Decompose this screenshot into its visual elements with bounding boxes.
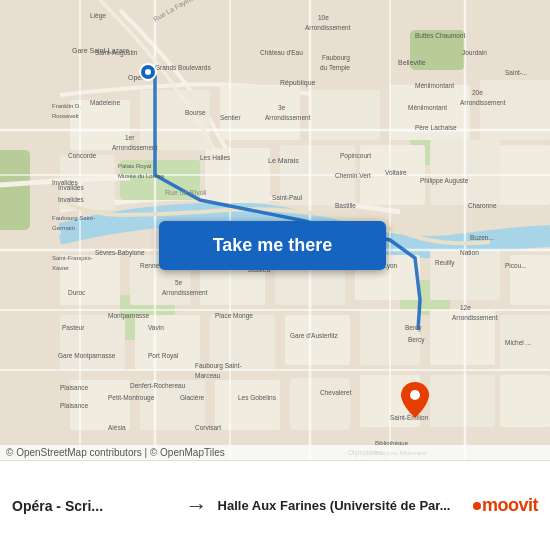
bottom-bar: Opéra - Scri... → Halle Aux Farines (Uni… [0, 460, 550, 550]
svg-rect-35 [215, 380, 280, 430]
svg-text:Montparnasse: Montparnasse [108, 312, 150, 320]
svg-text:Franklin D.: Franklin D. [52, 103, 81, 109]
svg-text:Invalides: Invalides [58, 196, 84, 203]
svg-text:Vavin: Vavin [148, 324, 164, 331]
svg-text:Picou...: Picou... [505, 262, 527, 269]
map-container: Gare Saint-Lazare Opéra Grands Boulevard… [0, 0, 550, 460]
map-attribution: © OpenStreetMap contributors | © OpenMap… [0, 445, 550, 460]
route-destination: Halle Aux Farines (Université de Par... [218, 498, 463, 513]
svg-text:Grands Boulevards: Grands Boulevards [155, 64, 211, 71]
svg-text:République: République [280, 79, 316, 87]
svg-text:Glacière: Glacière [180, 394, 205, 401]
svg-text:Les Halles: Les Halles [200, 154, 231, 161]
svg-rect-11 [390, 85, 470, 140]
svg-text:Arrondissement: Arrondissement [265, 114, 311, 121]
svg-text:Arrondissement: Arrondissement [305, 24, 351, 31]
svg-rect-36 [290, 378, 350, 430]
svg-text:Bercy: Bercy [405, 324, 422, 332]
svg-text:Buzen...: Buzen... [470, 234, 494, 241]
moovit-logo: moovit [473, 495, 538, 516]
svg-text:Saint-Paul: Saint-Paul [272, 194, 303, 201]
svg-text:Philippe Auguste: Philippe Auguste [420, 177, 469, 185]
svg-rect-3 [0, 150, 30, 230]
svg-text:Saint-Émilion: Saint-Émilion [390, 413, 429, 421]
svg-text:Bourse: Bourse [185, 109, 206, 116]
svg-text:Rue de Rivoli: Rue de Rivoli [165, 189, 207, 196]
take-me-there-button[interactable]: Take me there [159, 221, 386, 270]
svg-text:20e: 20e [472, 89, 483, 96]
svg-text:Buttes Chaumont: Buttes Chaumont [415, 32, 465, 39]
svg-text:Invalides: Invalides [52, 179, 78, 186]
svg-text:Duroc: Duroc [68, 289, 86, 296]
moovit-wordmark: moovit [482, 495, 538, 516]
svg-rect-10 [310, 90, 380, 140]
svg-text:Bastille: Bastille [335, 202, 356, 209]
svg-text:Popincourt: Popincourt [340, 152, 371, 160]
svg-text:Gare d'Austerlitz: Gare d'Austerlitz [290, 332, 339, 339]
svg-text:Ménilmontant: Ménilmontant [408, 104, 447, 111]
svg-text:Corvisart: Corvisart [195, 424, 221, 431]
svg-text:Sèvres-Babylone: Sèvres-Babylone [95, 249, 145, 257]
svg-rect-9 [220, 85, 300, 140]
svg-text:Saint-Augustin: Saint-Augustin [95, 49, 138, 57]
svg-text:Palais Royal -: Palais Royal - [118, 163, 155, 169]
svg-text:Jourdain: Jourdain [462, 49, 487, 56]
origin-label: Opéra - Scri... [12, 498, 176, 514]
svg-text:10e: 10e [318, 14, 329, 21]
svg-text:Faubourg: Faubourg [322, 54, 350, 62]
attribution-text: © OpenStreetMap contributors | © OpenMap… [6, 447, 225, 458]
svg-text:Saint-...: Saint-... [505, 69, 528, 76]
svg-text:Denfert-Rochereau: Denfert-Rochereau [130, 382, 186, 389]
svg-text:Roosevelt: Roosevelt [52, 113, 79, 119]
svg-text:Arrondissement: Arrondissement [112, 144, 158, 151]
svg-text:Arrondissement: Arrondissement [452, 314, 498, 321]
svg-text:Musée du Louvre: Musée du Louvre [118, 173, 165, 179]
svg-rect-39 [500, 375, 550, 427]
svg-text:Ménilmontant: Ménilmontant [415, 82, 454, 89]
svg-text:Chevaleret: Chevaleret [320, 389, 352, 396]
svg-text:Chemin Vert: Chemin Vert [335, 172, 371, 179]
svg-text:Pasteur: Pasteur [62, 324, 85, 331]
svg-text:Michel ...: Michel ... [505, 339, 531, 346]
destination-label: Halle Aux Farines (Université de Par... [218, 498, 463, 513]
svg-text:Le Marais: Le Marais [268, 157, 299, 164]
svg-text:Château d'Eau: Château d'Eau [260, 49, 303, 56]
svg-text:Père Lachaise: Père Lachaise [415, 124, 457, 131]
svg-text:Saint-François-: Saint-François- [52, 255, 93, 261]
svg-text:Plaisance: Plaisance [60, 402, 89, 409]
svg-text:Arrondissement: Arrondissement [162, 289, 208, 296]
svg-text:Voltaire: Voltaire [385, 169, 407, 176]
svg-point-133 [410, 390, 420, 400]
svg-text:1er: 1er [125, 134, 135, 141]
svg-text:Faubourg Saint-: Faubourg Saint- [195, 362, 242, 370]
svg-text:Petit-Montrouge: Petit-Montrouge [108, 394, 155, 402]
svg-rect-19 [60, 255, 120, 305]
svg-text:Arrondissement: Arrondissement [460, 99, 506, 106]
svg-text:Les Gobelins: Les Gobelins [238, 394, 277, 401]
moovit-logo-dot [473, 502, 481, 510]
svg-text:Marceau: Marceau [195, 372, 221, 379]
svg-rect-29 [285, 315, 350, 365]
svg-text:Nation: Nation [460, 249, 479, 256]
svg-text:Reuilly: Reuilly [435, 259, 455, 267]
svg-text:Belleville: Belleville [398, 59, 426, 66]
route-origin: Opéra - Scri... [12, 498, 176, 514]
svg-text:Bercy: Bercy [408, 336, 425, 344]
svg-text:3e: 3e [278, 104, 286, 111]
svg-text:Sentier: Sentier [220, 114, 241, 121]
svg-text:Germain: Germain [52, 225, 75, 231]
svg-text:Liège: Liège [90, 12, 106, 20]
svg-text:Concorde: Concorde [68, 152, 97, 159]
svg-text:Xavier: Xavier [52, 265, 69, 271]
arrow-icon: → [186, 493, 208, 519]
svg-text:Alésia: Alésia [108, 424, 126, 431]
svg-text:5e: 5e [175, 279, 183, 286]
svg-text:Gare Montparnasse: Gare Montparnasse [58, 352, 116, 360]
svg-text:Faubourg Saint-: Faubourg Saint- [52, 215, 95, 221]
svg-text:Charonne: Charonne [468, 202, 497, 209]
svg-text:Plaisance: Plaisance [60, 384, 89, 391]
svg-point-132 [145, 69, 151, 75]
svg-text:12e: 12e [460, 304, 471, 311]
svg-text:du Temple: du Temple [320, 64, 350, 72]
svg-text:Port Royal: Port Royal [148, 352, 179, 360]
